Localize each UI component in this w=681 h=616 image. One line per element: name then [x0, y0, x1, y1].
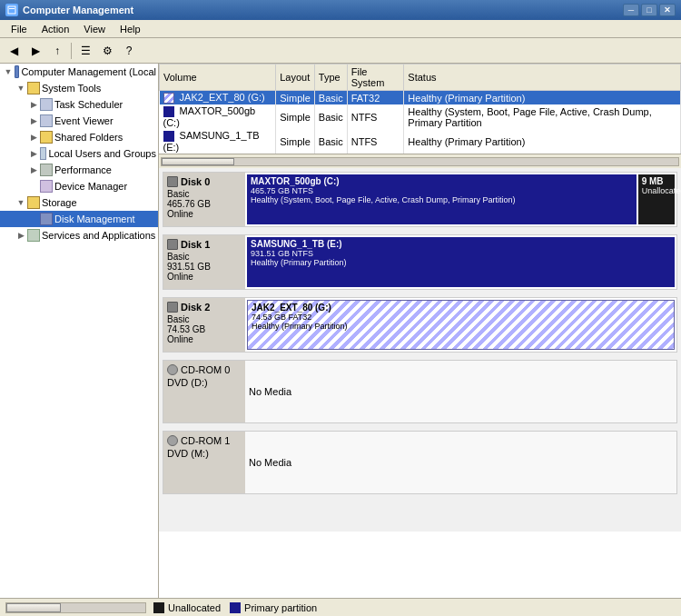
disk-0-partition-1[interactable]: 9 MB Unallocated — [638, 174, 675, 224]
expand-shared-folders: ▶ — [27, 131, 40, 144]
main-area: ▼ Computer Management (Local ▼ System To… — [0, 64, 681, 598]
cdrom-1-status: No Media — [249, 457, 291, 468]
event-viewer-icon — [40, 114, 53, 127]
disk-0-status: Online — [167, 209, 242, 219]
disk-2-partition-0[interactable]: JAK2_EXT_80 (G:) 74.53 GB FAT32 Healthy … — [247, 300, 675, 350]
horizontal-scrollbar[interactable] — [159, 154, 681, 168]
part-2-0-size: 74.53 GB FAT32 — [252, 313, 670, 322]
part-1-0-size: 931.51 GB NTFS — [251, 249, 671, 258]
scroll-thumb[interactable] — [162, 158, 234, 165]
part-0-1-size: Unallocated — [642, 186, 671, 195]
sidebar-item-shared-folders[interactable]: ▶ Shared Folders — [0, 129, 158, 145]
vol-type-1: Basic — [314, 104, 347, 129]
cdrom-0-icon — [167, 364, 178, 375]
sidebar-item-storage[interactable]: ▼ Storage — [0, 194, 158, 211]
menu-view[interactable]: View — [76, 22, 113, 36]
part-1-0-name: SAMSUNG_1_TB (E:) — [251, 239, 671, 249]
vol-name-1: MAXTOR_500gb (C:) — [160, 104, 276, 129]
sidebar-item-services[interactable]: ▶ Services and Applications — [0, 227, 158, 243]
sidebar-item-disk-management[interactable]: Disk Management — [0, 211, 158, 227]
menu-help[interactable]: Help — [113, 22, 148, 36]
sidebar-scrollbar[interactable] — [5, 602, 146, 613]
svg-rect-1 — [9, 8, 15, 9]
window-controls: ─ □ ✕ — [623, 4, 676, 16]
disk-1-partition-0[interactable]: SAMSUNG_1_TB (E:) 931.51 GB NTFS Healthy… — [247, 237, 675, 287]
menu-action[interactable]: Action — [35, 22, 77, 36]
sidebar-label-event-viewer: Event Viewer — [54, 115, 114, 126]
content-area: Volume Layout Type File System Status JA… — [159, 64, 681, 598]
legend-primary: Primary partition — [230, 602, 317, 613]
disk-1-block: Disk 1 Basic 931.51 GB Online SAMSUNG_1_… — [163, 234, 677, 290]
volume-table: Volume Layout Type File System Status JA… — [159, 64, 681, 154]
disk-2-size: 74.53 GB — [167, 324, 242, 334]
disk-1-type: Basic — [167, 252, 242, 262]
sidebar-label-system-tools: System Tools — [42, 83, 101, 94]
cdrom-0-label: CD-ROM 0 DVD (D:) — [163, 361, 245, 422]
cdrom-0-content: No Media — [245, 361, 676, 422]
disk-1-status: Online — [167, 272, 242, 282]
disk-1-icon — [167, 239, 178, 250]
sidebar-label-disk-management: Disk Management — [54, 214, 135, 224]
cdrom-0-name: CD-ROM 0 — [181, 364, 230, 375]
vol-status-1: Healthy (System, Boot, Page File, Active… — [404, 104, 681, 129]
sidebar-root-label: Computer Management (Local — [21, 66, 156, 77]
vol-type-0: Basic — [314, 91, 347, 105]
part-2-0-detail: Healthy (Primary Partition) — [252, 322, 670, 331]
sidebar-label-local-users: Local Users and Groups — [48, 148, 156, 159]
sidebar-item-task-scheduler[interactable]: ▶ Task Scheduler — [0, 96, 158, 113]
legend-unallocated: Unallocated — [153, 602, 221, 613]
part-0-0-detail: Healthy (System, Boot, Page File, Active… — [251, 195, 633, 204]
sidebar-item-system-tools[interactable]: ▼ System Tools — [0, 80, 158, 96]
disk-2-name: Disk 2 — [181, 302, 210, 313]
sidebar-item-local-users[interactable]: ▶ Local Users and Groups — [0, 145, 158, 162]
help-button[interactable]: ? — [119, 41, 139, 61]
vol-color-stripe — [163, 93, 174, 104]
back-button[interactable]: ◀ — [4, 41, 24, 61]
col-layout[interactable]: Layout — [276, 65, 315, 91]
expand-system-tools: ▼ — [15, 82, 27, 94]
legend-unalloc-label: Unallocated — [168, 602, 221, 613]
up-button[interactable]: ↑ — [47, 41, 67, 61]
expand-task-scheduler: ▶ — [27, 98, 40, 111]
disk-2-content: JAK2_EXT_80 (G:) 74.53 GB FAT32 Healthy … — [245, 298, 676, 352]
cdrom-0-block: CD-ROM 0 DVD (D:) No Media — [163, 360, 677, 423]
disk-0-size: 465.76 GB — [167, 199, 242, 209]
table-row[interactable]: JAK2_EXT_80 (G:) Simple Basic FAT32 Heal… — [160, 91, 681, 105]
svg-rect-0 — [8, 6, 15, 14]
sidebar: ▼ Computer Management (Local ▼ System To… — [0, 64, 159, 598]
legend-unalloc-box — [153, 602, 164, 613]
disk-2-icon — [167, 302, 178, 313]
sidebar-root[interactable]: ▼ Computer Management (Local — [0, 64, 158, 80]
vol-fs-2: NTFS — [347, 129, 404, 154]
disk-management-icon — [40, 213, 53, 225]
col-volume[interactable]: Volume — [160, 65, 276, 91]
table-row[interactable]: SAMSUNG_1_TB (E:) Simple Basic NTFS Heal… — [160, 129, 681, 154]
col-status[interactable]: Status — [404, 65, 681, 91]
disk-0-partition-0[interactable]: MAXTOR_500gb (C:) 465.75 GB NTFS Healthy… — [247, 174, 637, 224]
menu-file[interactable]: File — [4, 22, 35, 36]
vol-status-0: Healthy (Primary Partition) — [404, 91, 681, 105]
col-filesystem[interactable]: File System — [347, 65, 404, 91]
disk-1-name: Disk 1 — [181, 239, 210, 250]
part-0-1-name: 9 MB — [642, 176, 671, 186]
forward-button[interactable]: ▶ — [25, 41, 45, 61]
expand-root: ▼ — [2, 65, 15, 78]
vol-fs-1: NTFS — [347, 104, 404, 129]
close-button[interactable]: ✕ — [659, 4, 676, 16]
vol-layout-1: Simple — [276, 104, 315, 129]
disk-0-block: Disk 0 Basic 465.76 GB Online MAXTOR_500… — [163, 172, 677, 227]
table-row[interactable]: MAXTOR_500gb (C:) Simple Basic NTFS Heal… — [160, 104, 681, 129]
show-hide-button[interactable]: ☰ — [75, 41, 95, 61]
sidebar-scroll-thumb[interactable] — [6, 603, 61, 612]
col-type[interactable]: Type — [314, 65, 347, 91]
sidebar-item-performance[interactable]: ▶ Performance — [0, 162, 158, 178]
vol-color-blue1 — [163, 106, 174, 117]
scroll-track[interactable] — [161, 157, 679, 166]
sidebar-item-device-manager[interactable]: Device Manager — [0, 178, 158, 194]
properties-button[interactable]: ⚙ — [97, 41, 117, 61]
folder-icon — [27, 82, 40, 94]
minimize-button[interactable]: ─ — [623, 4, 639, 16]
sidebar-label-shared-folders: Shared Folders — [54, 132, 123, 143]
sidebar-item-event-viewer[interactable]: ▶ Event Viewer — [0, 113, 158, 129]
maximize-button[interactable]: □ — [641, 4, 657, 16]
